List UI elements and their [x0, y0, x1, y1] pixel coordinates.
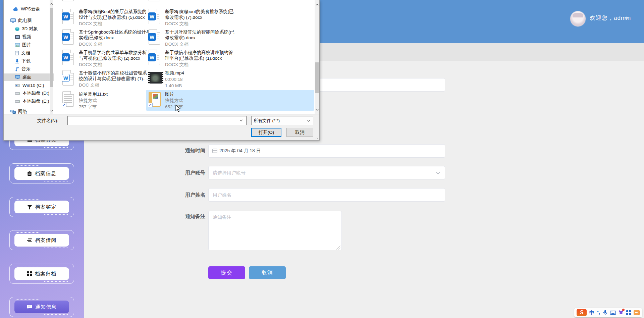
filename-input[interactable] [67, 116, 247, 125]
tree-item-label: 本地磁盘 (D:) [22, 90, 49, 96]
scroll-up-icon[interactable] [316, 3, 319, 6]
dialog-resize-grip[interactable] [315, 136, 318, 139]
file-item[interactable]: 视频.mp4 00:00:18 1.40 MB [148, 70, 237, 89]
tree-item-label: 此电脑 [18, 17, 32, 23]
file-list: DOCX 文档 DOCX 文档 W 基于SpringBoot的餐厅点菜系统的设计… [56, 0, 314, 114]
tree-item-network[interactable]: 网络 [10, 108, 27, 114]
filter-icon [27, 205, 32, 210]
file-type: DOCX 文档 [165, 41, 237, 47]
sidebar-item-archive-borrow[interactable]: 档案借阅 [14, 234, 69, 247]
list-icon [27, 238, 32, 243]
user-name-input[interactable] [208, 188, 445, 202]
microphone-icon[interactable] [603, 310, 607, 315]
tree-item-wps-cloud[interactable]: WPS云盘 [13, 5, 40, 13]
file-item-selected[interactable]: ↗ 图片 快捷方式 652 字节 [148, 91, 237, 110]
drive-icon [15, 92, 20, 95]
filename-label: 文件名(N): [37, 118, 58, 124]
sidebar-item-archive-appraisal[interactable]: 档案鉴定 [14, 201, 69, 213]
submit-button[interactable]: 提交 [208, 266, 245, 279]
tree-item-drive-e[interactable]: 本地磁盘 (E:) [15, 98, 49, 105]
file-item[interactable]: W 基于Springboot在社区系统的设计与实现(已修改.docx DOCX … [62, 29, 151, 47]
notification-dot [622, 309, 625, 311]
word-doc-icon: W [148, 29, 161, 45]
file-title: 刷单常用11.txt [79, 91, 151, 97]
screen: 档案分类 档案信息 档案鉴定 档案借阅 [0, 0, 644, 318]
drive-icon [15, 84, 20, 87]
avatar[interactable] [570, 11, 586, 26]
ime-punctuation[interactable]: °, [597, 310, 600, 315]
chevron-down-icon[interactable] [239, 119, 243, 122]
tree-item-3d-objects[interactable]: 3D 对象 [15, 25, 38, 33]
tree-item-drive-c[interactable]: Win10 (C:) [15, 82, 44, 89]
sidebar-item-archive-filing[interactable]: 档案归档 [14, 267, 69, 280]
file-title: 基于Springboot在社区系统的设计与实现(已修改.docx [79, 29, 151, 41]
form-cancel-button[interactable]: 取消 [249, 266, 286, 279]
network-icon [10, 110, 16, 114]
computer-icon [10, 18, 16, 23]
download-icon [15, 59, 19, 63]
file-meta: 1.40 MB [165, 82, 237, 89]
filetype-select[interactable]: 所有文件 (*.*) [251, 116, 313, 125]
tree-item-videos[interactable]: 视频 [15, 33, 31, 41]
file-title: 视频.mp4 [165, 70, 237, 76]
scrollbar-thumb[interactable] [50, 8, 53, 87]
notice-time-label: 通知时间 [168, 148, 205, 154]
user-account-select[interactable] [208, 166, 445, 179]
word-doc-icon: W [62, 70, 75, 86]
file-item[interactable]: ↗ 刷单常用11.txt 快捷方式 757 字节 [62, 91, 151, 110]
keyboard-icon[interactable] [610, 311, 616, 315]
tree-scrollbar[interactable] [50, 0, 53, 114]
filetype-value: 所有文件 (*.*) [254, 118, 280, 124]
sidebar-item-label: 档案鉴定 [35, 204, 57, 210]
tree-item-desktop[interactable]: 桌面 [4, 73, 54, 81]
file-item[interactable]: W 基于贝叶斯算法的智能问诊系统(已修改需求).docx DOCX 文档 [148, 29, 237, 47]
tree-item-this-pc[interactable]: 此电脑 [10, 17, 32, 24]
sidebar-item-archive-info[interactable]: 档案信息 [14, 167, 69, 180]
file-item[interactable]: W 基于Springboot的美食推荐系统(已修改需求) (7).docx DO… [148, 9, 237, 26]
scroll-down-icon[interactable] [316, 108, 319, 111]
ime-mode-chinese[interactable]: 中 [589, 310, 594, 316]
emoji-fox-icon[interactable] [634, 310, 640, 315]
remark-textarea[interactable] [208, 211, 342, 250]
tree-item-drive-d[interactable]: 本地磁盘 (D:) [15, 90, 49, 97]
tree-item-documents[interactable]: 文档 [15, 49, 30, 57]
skin-shirt-icon[interactable] [619, 310, 624, 316]
file-title: 基于微信小程序的高校社团管理系统的设计与实现(已修改需求) (1).... [79, 70, 151, 82]
sogou-logo-icon[interactable]: S [577, 309, 587, 316]
open-button[interactable]: 打开(O) [251, 128, 281, 137]
calendar-icon [212, 148, 217, 153]
file-type: DOCX 文档 [79, 61, 151, 67]
clipboard-icon [27, 171, 32, 176]
tree-item-label: 图片 [22, 42, 31, 48]
file-item[interactable]: W 基于微信小程序的高校社团管理系统的设计与实现(已修改需求) (1).... … [62, 70, 151, 88]
file-item[interactable]: W 基于微信小程序的高校讲座预约管理平台(已修改需求) (1).docx DOC… [148, 50, 237, 67]
dialog-cancel-button[interactable]: 取消 [286, 128, 313, 137]
tree-item-label: 视频 [22, 34, 31, 40]
scroll-down-icon[interactable] [50, 109, 53, 112]
tree-item-label: 桌面 [22, 74, 32, 80]
file-open-dialog: WPS云盘 此电脑 3D 对象 视频 图片 文档 [3, 0, 320, 141]
tree-item-label: 文档 [21, 50, 30, 56]
tree-item-label: Win10 (C:) [22, 83, 44, 88]
file-type: DOCX 文档 [79, 20, 151, 26]
notice-time-field[interactable]: 2025 年 04 月 18 日 [208, 144, 445, 158]
chevron-down-icon[interactable] [624, 17, 629, 20]
tree-item-downloads[interactable]: 下载 [15, 57, 31, 65]
sidebar-item-notice-info[interactable]: 通知信息 [14, 301, 69, 313]
document-icon [15, 51, 19, 55]
file-item[interactable]: W 基于机器学习的共享单车数据分析与可视化(已修改需求) (2).docx DO… [62, 50, 151, 67]
toolbox-grid-icon[interactable] [626, 310, 631, 315]
scroll-up-icon[interactable] [50, 3, 53, 5]
file-title: 基于微信小程序的高校讲座预约管理平台(已修改需求) (1).docx [165, 50, 237, 61]
file-type: DOC 文档 [79, 82, 151, 88]
notice-time-value: 2025 年 04 月 18 日 [219, 148, 261, 154]
chevron-down-icon [436, 171, 440, 175]
word-doc-icon: W [62, 50, 75, 66]
scrollbar-thumb[interactable] [315, 62, 319, 93]
tree-item-music[interactable]: 音乐 [15, 65, 31, 73]
file-meta: 快捷方式 [165, 97, 237, 103]
list-scrollbar[interactable] [315, 0, 319, 114]
textarea-resize-grip[interactable] [336, 246, 340, 250]
tree-item-pictures[interactable]: 图片 [15, 41, 31, 49]
file-item[interactable]: W 基于SpringBoot的餐厅点菜系统的设计与实现(已修改需求) (5).d… [62, 9, 151, 26]
